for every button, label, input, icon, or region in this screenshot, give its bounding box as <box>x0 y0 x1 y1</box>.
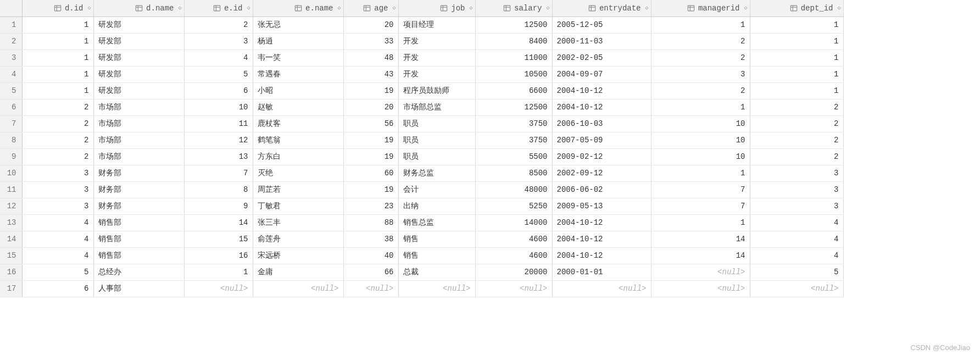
sort-icon[interactable]: ◇ <box>645 5 648 11</box>
cell-managerid[interactable]: 1 <box>651 99 750 115</box>
cell-managerid[interactable]: 2 <box>651 49 750 66</box>
cell-e_name[interactable]: <null> <box>253 280 343 297</box>
cell-d_id[interactable]: 3 <box>22 198 93 214</box>
cell-dept_id[interactable]: 1 <box>750 49 843 66</box>
cell-d_id[interactable]: 1 <box>22 82 93 99</box>
cell-salary[interactable]: 3750 <box>475 132 552 148</box>
cell-job[interactable]: 程序员鼓励师 <box>398 82 475 99</box>
cell-job[interactable]: <null> <box>398 280 475 297</box>
cell-d_id[interactable]: 4 <box>22 247 93 264</box>
cell-e_id[interactable]: 15 <box>184 231 253 247</box>
sort-icon[interactable]: ◇ <box>178 5 181 11</box>
sort-icon[interactable]: ◇ <box>247 5 250 11</box>
cell-managerid[interactable]: 2 <box>651 82 750 99</box>
row-number[interactable]: 7 <box>0 115 22 132</box>
cell-age[interactable]: 19 <box>343 82 398 99</box>
table-row[interactable]: 51研发部6小昭19程序员鼓励师66002004-10-1221 <box>0 82 843 99</box>
cell-age[interactable]: 66 <box>343 264 398 280</box>
cell-entrydate[interactable]: 2004-10-12 <box>552 214 651 231</box>
column-header-managerid[interactable]: managerid◇ <box>651 0 750 16</box>
cell-managerid[interactable]: 1 <box>651 214 750 231</box>
cell-salary[interactable]: 8400 <box>475 33 552 49</box>
cell-salary[interactable]: 4600 <box>475 247 552 264</box>
table-row[interactable]: 134销售部14张三丰88销售总监140002004-10-1214 <box>0 214 843 231</box>
cell-age[interactable]: 43 <box>343 66 398 82</box>
cell-d_id[interactable]: 6 <box>22 280 93 297</box>
cell-d_name[interactable]: 研发部 <box>93 16 184 33</box>
cell-managerid[interactable]: 3 <box>651 66 750 82</box>
column-header-d_name[interactable]: d.name◇ <box>93 0 184 16</box>
row-number[interactable]: 2 <box>0 33 22 49</box>
table-row[interactable]: 176人事部<null><null><null><null><null><nul… <box>0 280 843 297</box>
cell-d_name[interactable]: 财务部 <box>93 198 184 214</box>
cell-d_name[interactable]: 研发部 <box>93 82 184 99</box>
cell-d_id[interactable]: 4 <box>22 231 93 247</box>
cell-e_id[interactable]: 3 <box>184 33 253 49</box>
cell-e_id[interactable]: 4 <box>184 49 253 66</box>
cell-d_name[interactable]: 市场部 <box>93 99 184 115</box>
cell-e_name[interactable]: 俞莲舟 <box>253 231 343 247</box>
cell-dept_id[interactable]: 3 <box>750 165 843 181</box>
cell-age[interactable]: 56 <box>343 115 398 132</box>
cell-d_id[interactable]: 1 <box>22 66 93 82</box>
cell-d_id[interactable]: 1 <box>22 16 93 33</box>
cell-salary[interactable]: 14000 <box>475 214 552 231</box>
cell-e_name[interactable]: 杨逍 <box>253 33 343 49</box>
cell-e_name[interactable]: 鹿杖客 <box>253 115 343 132</box>
cell-dept_id[interactable]: 4 <box>750 214 843 231</box>
cell-d_name[interactable]: 市场部 <box>93 115 184 132</box>
cell-age[interactable]: 20 <box>343 99 398 115</box>
row-number[interactable]: 6 <box>0 99 22 115</box>
cell-entrydate[interactable]: 2004-10-12 <box>552 247 651 264</box>
table-row[interactable]: 92市场部13方东白19职员55002009-02-12102 <box>0 148 843 165</box>
row-number[interactable]: 14 <box>0 231 22 247</box>
cell-d_name[interactable]: 销售部 <box>93 247 184 264</box>
cell-managerid[interactable]: 14 <box>651 247 750 264</box>
cell-dept_id[interactable]: 2 <box>750 148 843 165</box>
sort-icon[interactable]: ◇ <box>837 5 840 11</box>
cell-entrydate[interactable]: 2004-10-12 <box>552 82 651 99</box>
cell-d_id[interactable]: 1 <box>22 49 93 66</box>
cell-entrydate[interactable]: 2006-06-02 <box>552 181 651 198</box>
cell-dept_id[interactable]: 1 <box>750 66 843 82</box>
cell-job[interactable]: 市场部总监 <box>398 99 475 115</box>
cell-d_name[interactable]: 研发部 <box>93 33 184 49</box>
column-header-salary[interactable]: salary◇ <box>475 0 552 16</box>
cell-d_name[interactable]: 研发部 <box>93 66 184 82</box>
cell-entrydate[interactable]: 2002-02-05 <box>552 49 651 66</box>
cell-d_id[interactable]: 2 <box>22 115 93 132</box>
cell-entrydate[interactable]: 2000-01-01 <box>552 264 651 280</box>
cell-e_name[interactable]: 赵敏 <box>253 99 343 115</box>
row-number[interactable]: 11 <box>0 181 22 198</box>
cell-dept_id[interactable]: 1 <box>750 16 843 33</box>
cell-e_name[interactable]: 周芷若 <box>253 181 343 198</box>
cell-e_id[interactable]: 9 <box>184 198 253 214</box>
table-row[interactable]: 113财务部8周芷若19会计480002006-06-0273 <box>0 181 843 198</box>
cell-dept_id[interactable]: 4 <box>750 231 843 247</box>
cell-salary[interactable]: 12500 <box>475 99 552 115</box>
cell-e_name[interactable]: 小昭 <box>253 82 343 99</box>
table-row[interactable]: 62市场部10赵敏20市场部总监125002004-10-1212 <box>0 99 843 115</box>
column-header-dept_id[interactable]: dept_id◇ <box>750 0 843 16</box>
row-number[interactable]: 10 <box>0 165 22 181</box>
cell-entrydate[interactable]: 2004-09-07 <box>552 66 651 82</box>
cell-e_name[interactable]: 韦一笑 <box>253 49 343 66</box>
cell-age[interactable]: 48 <box>343 49 398 66</box>
cell-e_id[interactable]: 8 <box>184 181 253 198</box>
row-number[interactable]: 13 <box>0 214 22 231</box>
row-number[interactable]: 3 <box>0 49 22 66</box>
cell-d_id[interactable]: 2 <box>22 99 93 115</box>
cell-e_id[interactable]: <null> <box>184 280 253 297</box>
cell-e_name[interactable]: 鹤笔翁 <box>253 132 343 148</box>
cell-managerid[interactable]: <null> <box>651 264 750 280</box>
cell-e_name[interactable]: 张三丰 <box>253 214 343 231</box>
cell-d_name[interactable]: 销售部 <box>93 231 184 247</box>
cell-d_name[interactable]: 市场部 <box>93 132 184 148</box>
cell-salary[interactable]: 11000 <box>475 49 552 66</box>
sort-icon[interactable]: ◇ <box>337 5 341 11</box>
cell-managerid[interactable]: 10 <box>651 115 750 132</box>
cell-d_name[interactable]: 人事部 <box>93 280 184 297</box>
row-number[interactable]: 15 <box>0 247 22 264</box>
cell-age[interactable]: 40 <box>343 247 398 264</box>
cell-entrydate[interactable]: 2004-10-12 <box>552 231 651 247</box>
